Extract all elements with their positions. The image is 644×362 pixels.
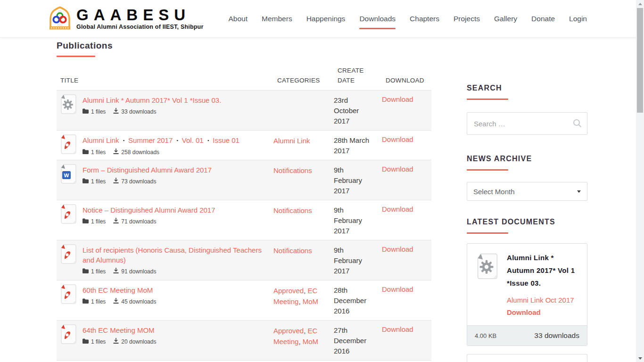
nav-item-happenings[interactable]: Happenings (306, 15, 346, 23)
title-cell: Notice – Distinguished Alumni Award 2017… (57, 204, 273, 236)
scrollbar-up-arrow-icon[interactable] (636, 0, 644, 8)
vertical-scrollbar[interactable] (636, 0, 644, 362)
downloads-count: 33 downloads (121, 108, 156, 115)
download-link[interactable]: Download (382, 245, 413, 253)
nav-item-members[interactable]: Members (262, 15, 292, 23)
document-title-link[interactable]: 64th EC Meeting MOM (83, 325, 156, 335)
nav-item-downloads[interactable]: Downloads (359, 15, 396, 23)
square-separator: ▪ (121, 138, 126, 143)
page: GAABESU Global Alumni Association of IIE… (0, 0, 644, 362)
download-count-icon (113, 178, 119, 185)
page-title-underline (57, 56, 95, 57)
category-link[interactable]: Notifications (273, 166, 312, 174)
brand-name: GAABESU (76, 7, 204, 23)
download-link[interactable]: Download (382, 285, 413, 293)
category-link[interactable]: Alumni Link (273, 137, 310, 145)
pdf-file-icon (59, 134, 77, 154)
title-cell: W Form – Distinguished Alumni Award 2017… (57, 164, 273, 196)
latest-document-title: Alumni Link * Autumn 2017* Vol 1 *Issue … (507, 251, 579, 289)
category-link[interactable]: Notifications (273, 247, 312, 255)
files-count: 1 files (91, 338, 106, 345)
title-cell: Alumni Link ▪ Summer 2017 ▪ Vol. 01 ▪ Is… (57, 134, 273, 156)
column-header-create-date: CREATE DATE (338, 66, 386, 85)
search-widget-heading: SEARCH (467, 84, 587, 92)
table-row: W Form – Distinguished Alumni Award 2017… (57, 160, 431, 200)
nav-item-donate[interactable]: Donate (531, 15, 555, 23)
document-title-link[interactable]: 60th EC Meeting MoM (83, 285, 156, 295)
download-link[interactable]: Download (382, 165, 413, 173)
downloads-count: 45 downloads (121, 298, 156, 305)
news-archive-heading: NEWS ARCHIVE (467, 155, 587, 163)
search-icon[interactable] (573, 119, 582, 130)
nav-item-gallery[interactable]: Gallery (494, 15, 517, 23)
document-title-link[interactable]: Alumni Link * Autumn 2017* Vol 1 *Issue … (83, 95, 221, 105)
title-cell: 64th EC Meeting MOM 1 files 20 downloads (57, 324, 273, 356)
brand-logo[interactable]: GAABESU Global Alumni Association of IIE… (47, 6, 204, 32)
category-links: Notifications (273, 164, 334, 196)
category-link[interactable]: Approved (273, 287, 304, 295)
title-cell: List of recipients (Honoris Causa, Disti… (57, 244, 273, 276)
download-count-icon (113, 268, 119, 275)
create-date: 28th December 2016 (334, 284, 382, 316)
folder-icon (83, 268, 89, 275)
create-date: 9th February 2017 (334, 164, 382, 196)
category-link[interactable]: MoM (303, 337, 318, 346)
nav-item-chapters[interactable]: Chapters (410, 15, 439, 23)
latest-document-file-size: 4.00 KB (475, 332, 496, 339)
document-title-link[interactable]: Notice – Distinguished Alumni Award 2017 (83, 205, 215, 215)
scrollbar-down-arrow-icon[interactable] (636, 354, 644, 362)
latest-document-download-link[interactable]: Download (507, 307, 579, 318)
nav-item-about[interactable]: About (229, 15, 248, 23)
folder-icon (83, 149, 89, 156)
sidebar: SEARCH NEWS ARCHIVE Select Month (467, 41, 587, 362)
files-count: 1 files (91, 108, 106, 115)
search-widget: SEARCH (467, 84, 587, 135)
files-count: 1 files (91, 218, 106, 225)
category-link[interactable]: MoM (303, 297, 318, 305)
table-row: List of recipients (Honoris Causa, Disti… (57, 240, 431, 280)
folder-icon (83, 298, 89, 305)
create-date: 9th February 2017 (334, 204, 382, 236)
gaabesu-arch-logo-icon (47, 6, 73, 32)
document-meta: 1 files 33 downloads (83, 108, 221, 115)
title-cell: Alumni Link * Autumn 2017* Vol 1 *Issue … (57, 94, 273, 126)
news-archive-select[interactable]: Select Month (467, 182, 587, 201)
folder-icon (83, 218, 89, 225)
download-link[interactable]: Download (382, 205, 413, 213)
download-link[interactable]: Download (382, 95, 413, 103)
document-title-link[interactable]: List of recipients (Honoris Causa, Disti… (83, 245, 270, 265)
table-header-row: TITLE CATEGORIES CREATE DATE DOWNLOAD (57, 66, 431, 90)
search-heading-underline (467, 99, 508, 100)
search-input[interactable] (467, 112, 587, 135)
news-archive-widget: NEWS ARCHIVE Select Month (467, 155, 587, 201)
downloads-count: 91 downloads (121, 268, 156, 275)
download-link[interactable]: Download (382, 325, 413, 333)
latest-document-file-link[interactable]: Alumni Link Oct 2017 (507, 295, 579, 305)
pdf-file-icon (59, 244, 77, 264)
document-title-link[interactable]: Alumni Link ▪ Summer 2017 ▪ Vol. 01 ▪ Is… (83, 135, 239, 146)
gear-file-icon (59, 94, 77, 114)
latest-documents-widget: LATEST DOCUMENTS Alumni Link * Autumn 20… (467, 218, 587, 362)
category-link[interactable]: Approved (273, 327, 304, 335)
site-header: GAABESU Global Alumni Association of IIE… (0, 0, 644, 38)
download-link[interactable]: Download (382, 135, 413, 143)
document-meta: 1 files 258 downloads (83, 148, 239, 156)
pdf-file-icon (59, 324, 77, 344)
scrollbar-thumb[interactable] (637, 8, 643, 113)
downloads-count: 258 downloads (121, 149, 159, 156)
category-link[interactable]: Notifications (273, 206, 312, 214)
main-area: Publications TITLE CATEGORIES CREATE DAT… (0, 38, 644, 362)
title-cell: 60th EC Meeting MoM 1 files 45 downloads (57, 284, 273, 316)
document-meta: 1 files 91 downloads (83, 268, 270, 275)
folder-icon (83, 178, 89, 185)
word-file-icon: W (59, 164, 77, 184)
chevron-down-icon (577, 190, 581, 193)
document-title-link[interactable]: Form – Distinguished Alumni Award 2017 (83, 165, 212, 175)
download-count-icon (113, 298, 119, 305)
create-date: 9th February 2017 (334, 244, 382, 276)
table-row: 64th EC Meeting MOM 1 files 20 downloads (57, 321, 431, 361)
square-separator: ▪ (206, 138, 211, 143)
nav-item-login[interactable]: Login (569, 15, 587, 23)
downloads-count: 73 downloads (121, 178, 156, 185)
nav-item-projects[interactable]: Projects (454, 15, 480, 23)
